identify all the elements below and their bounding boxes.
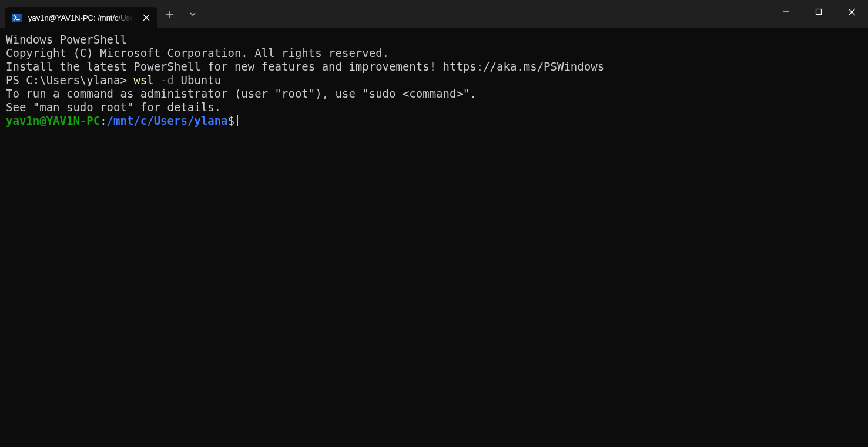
terminal-viewport[interactable]: Windows PowerShellCopyright (C) Microsof… — [0, 28, 868, 447]
bash-cwd: /mnt/c/Users/ylana — [107, 114, 228, 127]
terminal-line: Install the latest PowerShell for new fe… — [6, 60, 862, 74]
tab-active[interactable]: yav1n@YAV1N-PC: /mnt/c/Users/ylana — [5, 7, 157, 28]
terminal-line: See "man sudo_root" for details. — [6, 101, 862, 114]
bash-user-host: yav1n@YAV1N-PC — [6, 114, 100, 127]
maximize-icon — [815, 8, 822, 15]
tab-title: yav1n@YAV1N-PC: /mnt/c/Users/ylana — [28, 14, 135, 22]
tab-close-button[interactable] — [141, 12, 152, 23]
terminal-line: Windows PowerShell — [6, 33, 862, 46]
close-window-button[interactable] — [835, 0, 868, 24]
maximize-button[interactable] — [802, 0, 835, 24]
cmd-token: -d — [154, 74, 174, 86]
new-tab-button[interactable] — [157, 2, 181, 26]
tab-dropdown-button[interactable] — [181, 2, 205, 26]
ps-prompt: PS C:\Users\ylana> — [6, 74, 133, 86]
svg-rect-4 — [816, 9, 822, 15]
plus-icon — [165, 10, 173, 18]
terminal-line: PS C:\Users\ylana> wsl -d Ubuntu — [6, 74, 862, 87]
bash-prompt-symbol: $ — [228, 114, 234, 127]
titlebar: yav1n@YAV1N-PC: /mnt/c/Users/ylana — [0, 0, 868, 28]
tabs-area: yav1n@YAV1N-PC: /mnt/c/Users/ylana — [0, 0, 157, 28]
close-icon — [848, 8, 856, 16]
text-cursor — [237, 115, 238, 126]
cmd-token: wsl — [133, 74, 153, 86]
terminal-line: yav1n@YAV1N-PC:/mnt/c/Users/ylana$ — [6, 114, 862, 128]
powershell-icon — [12, 12, 22, 23]
tab-actions — [157, 0, 205, 28]
cmd-token: Ubuntu — [174, 74, 221, 86]
minimize-icon — [782, 8, 789, 15]
window-controls — [769, 0, 868, 28]
terminal-line: Copyright (C) Microsoft Corporation. All… — [6, 46, 862, 60]
close-icon — [143, 14, 150, 21]
svg-rect-1 — [12, 14, 22, 22]
chevron-down-icon — [189, 11, 196, 18]
terminal-line: To run a command as administrator (user … — [6, 87, 862, 101]
minimize-button[interactable] — [769, 0, 802, 24]
